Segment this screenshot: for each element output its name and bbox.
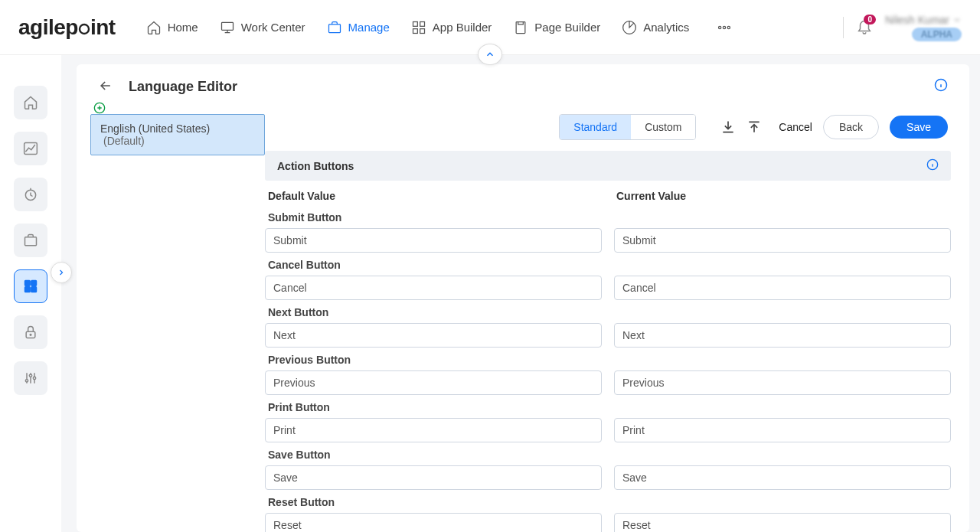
field-row [265, 465, 951, 490]
chevron-up-icon [485, 49, 495, 60]
home-icon [146, 20, 162, 35]
info-icon [934, 78, 948, 92]
side-chart[interactable] [14, 132, 47, 165]
toggle-custom[interactable]: Custom [631, 115, 695, 139]
fields-list[interactable]: Submit ButtonCancel ButtonNext ButtonPre… [265, 205, 956, 532]
cancel-link[interactable]: Cancel [779, 121, 812, 133]
info-button[interactable] [934, 78, 948, 94]
current-value-input[interactable] [614, 513, 951, 532]
download-button[interactable] [720, 119, 736, 135]
nav-more[interactable] [717, 20, 732, 35]
side-lock[interactable] [14, 315, 47, 349]
field-row [265, 228, 951, 253]
nav-analytics-label: Analytics [643, 21, 689, 34]
language-tab-english[interactable]: English (United States) (Default) [90, 114, 265, 155]
nav-app-builder-label: App Builder [433, 21, 492, 34]
main-panel: Language Editor English (United States) … [77, 64, 969, 532]
default-value-input [265, 418, 602, 442]
back-arrow[interactable] [98, 78, 113, 96]
side-clock[interactable] [14, 178, 47, 211]
svg-point-8 [719, 26, 721, 28]
nav-manage[interactable]: Manage [327, 20, 390, 35]
column-headers: Default Value Current Value [265, 181, 956, 205]
side-settings[interactable] [14, 361, 47, 395]
default-value-input [265, 228, 602, 253]
default-value-input [265, 465, 602, 490]
field-label: Previous Button [268, 354, 951, 366]
current-value-input[interactable] [614, 418, 951, 442]
field-row [265, 276, 951, 300]
svg-rect-5 [413, 28, 417, 33]
nav-app-builder[interactable]: App Builder [411, 20, 492, 35]
expand-sidebar-button[interactable] [51, 262, 72, 283]
upload-icon [746, 119, 762, 135]
language-tabs: English (United States) (Default) [90, 114, 265, 532]
section-header-action-buttons: Action Buttons [265, 151, 951, 181]
top-nav: Home Work Center Manage App Builder Page… [146, 20, 733, 35]
svg-rect-13 [25, 237, 37, 246]
chart-icon [23, 141, 38, 156]
field-label: Reset Button [268, 496, 951, 508]
toolbar: Standard Custom Cancel Back Save [265, 114, 956, 151]
arrow-left-icon [98, 78, 113, 93]
language-tab-name: English (United States) [100, 122, 210, 135]
current-value-input[interactable] [614, 465, 951, 490]
user-name: Nilesh Kumar [885, 14, 949, 26]
save-button[interactable]: Save [890, 116, 948, 139]
field-label: Cancel Button [268, 259, 951, 271]
page-icon [513, 20, 528, 35]
svg-rect-2 [328, 24, 340, 32]
briefcase-icon [327, 20, 342, 35]
collapse-header-button[interactable] [478, 44, 502, 65]
briefcase-icon [23, 233, 38, 248]
nav-home[interactable]: Home [146, 20, 198, 35]
clock-icon [23, 187, 38, 202]
svg-rect-6 [420, 28, 424, 33]
logo[interactable]: agilepint [18, 15, 116, 40]
svg-point-22 [33, 377, 35, 379]
toggle-standard[interactable]: Standard [560, 115, 631, 139]
field-row [265, 323, 951, 348]
nav-page-builder[interactable]: Page Builder [513, 20, 600, 35]
section-info-button[interactable] [926, 158, 939, 173]
side-briefcase[interactable] [14, 224, 47, 257]
view-toggle: Standard Custom [559, 114, 696, 140]
current-value-input[interactable] [614, 370, 951, 395]
nav-analytics[interactable]: Analytics [622, 20, 689, 35]
nav-manage-label: Manage [348, 21, 390, 34]
nav-home-label: Home [168, 21, 198, 34]
nav-work-center[interactable]: Work Center [220, 20, 305, 35]
field-row [265, 370, 951, 395]
current-value-input[interactable] [614, 228, 951, 253]
chevron-down-icon [952, 15, 962, 24]
page-title: Language Editor [129, 79, 237, 95]
notifications[interactable]: 0 [856, 18, 873, 37]
default-value-input [265, 323, 602, 348]
left-sidebar [0, 55, 61, 532]
current-value-input[interactable] [614, 323, 951, 348]
pie-chart-icon [622, 20, 637, 35]
more-icon [717, 20, 732, 35]
back-button[interactable]: Back [823, 115, 879, 139]
svg-point-0 [80, 24, 89, 34]
user-menu[interactable]: Nilesh Kumar ALPHA [885, 14, 962, 41]
svg-rect-11 [24, 143, 38, 155]
svg-point-21 [29, 374, 31, 377]
divider [843, 17, 844, 38]
chevron-right-icon [57, 268, 66, 277]
default-value-input [265, 370, 602, 395]
field-label: Save Button [268, 449, 951, 461]
svg-rect-7 [517, 21, 526, 33]
svg-rect-15 [31, 281, 37, 286]
default-value-input [265, 276, 602, 300]
upload-button[interactable] [746, 119, 762, 135]
svg-rect-4 [420, 21, 424, 26]
field-row [265, 513, 951, 532]
top-header: agilepint Home Work Center Manage App Bu… [0, 0, 980, 55]
grid-icon [411, 20, 426, 35]
current-value-input[interactable] [614, 276, 951, 300]
user-tag: ALPHA [912, 28, 962, 41]
svg-point-19 [30, 335, 31, 336]
side-home[interactable] [14, 86, 47, 119]
side-apps[interactable] [14, 269, 47, 303]
